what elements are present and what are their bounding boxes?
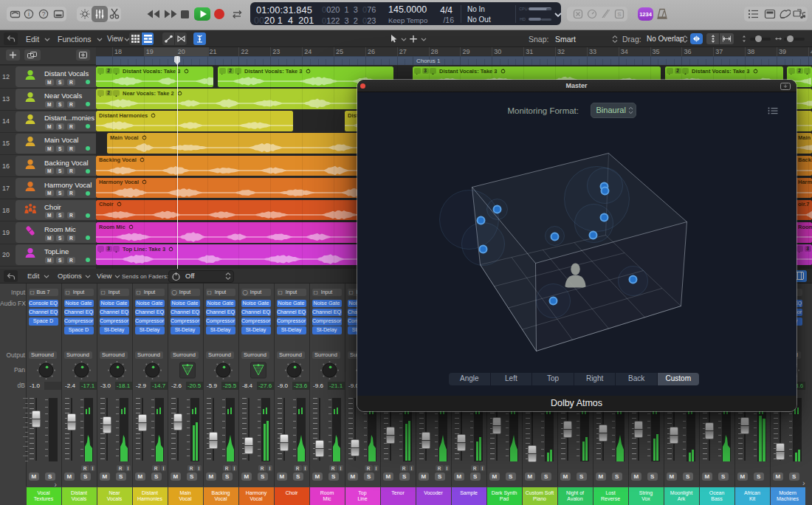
svg-text:?: ?: [42, 10, 46, 18]
svg-text:i: i: [28, 10, 30, 18]
svg-text:S: S: [617, 11, 621, 18]
